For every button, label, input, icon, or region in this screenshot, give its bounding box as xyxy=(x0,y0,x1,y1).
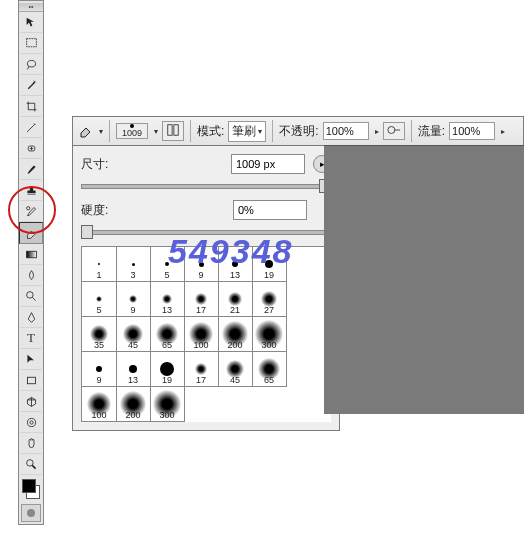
brush-preset[interactable]: 300 xyxy=(252,317,287,352)
healing-tool[interactable] xyxy=(20,138,42,159)
hardness-slider[interactable] xyxy=(81,226,331,236)
brush-preset[interactable]: 9 xyxy=(116,282,151,317)
brush-preset[interactable]: 13 xyxy=(150,282,185,317)
color-swatches[interactable] xyxy=(20,477,42,501)
preset-size-label: 27 xyxy=(264,305,274,315)
preset-size-label: 200 xyxy=(125,410,140,420)
3d-tool[interactable] xyxy=(20,391,42,412)
brush-preset[interactable]: 100 xyxy=(184,317,219,352)
preset-size-label: 300 xyxy=(159,410,174,420)
brush-preset[interactable]: 21 xyxy=(218,282,253,317)
brush-preset[interactable]: 9 xyxy=(184,247,219,282)
eraser-preset-icon[interactable]: ▾ xyxy=(77,120,103,142)
brush-preset[interactable]: 200 xyxy=(116,387,151,422)
shape-tool[interactable] xyxy=(20,370,42,391)
camera-tool[interactable] xyxy=(20,412,42,433)
quickmask-toggle[interactable] xyxy=(21,504,41,522)
brush-preset[interactable]: 13 xyxy=(218,247,253,282)
dodge-tool[interactable] xyxy=(20,286,42,307)
svg-point-1 xyxy=(27,60,35,67)
svg-rect-6 xyxy=(27,377,35,384)
wand-tool[interactable] xyxy=(20,75,42,96)
move-tool[interactable] xyxy=(20,12,42,33)
mode-label: 模式: xyxy=(197,123,224,140)
blur-tool[interactable] xyxy=(20,265,42,286)
eyedropper-tool[interactable] xyxy=(20,117,42,138)
preset-size-label: 5 xyxy=(96,305,101,315)
brush-preset[interactable]: 9 xyxy=(82,352,117,387)
chevron-right-icon[interactable]: ▸ xyxy=(501,127,505,136)
brush-preset[interactable]: 45 xyxy=(218,352,253,387)
brush-preset[interactable]: 27 xyxy=(252,282,287,317)
brush-preset[interactable]: 3 xyxy=(116,247,151,282)
tablet-opacity-icon[interactable] xyxy=(383,122,405,140)
brush-preset[interactable]: 45 xyxy=(116,317,151,352)
type-tool[interactable]: T xyxy=(20,328,42,349)
brush-tool[interactable] xyxy=(20,159,42,180)
brush-preset-grid: 1359131959131721273545651002003009131917… xyxy=(81,246,331,422)
preset-size-label: 9 xyxy=(130,305,135,315)
size-slider[interactable] xyxy=(81,180,331,190)
svg-rect-10 xyxy=(168,125,172,136)
pen-tool[interactable] xyxy=(20,307,42,328)
brush-preset[interactable]: 5 xyxy=(150,247,185,282)
eraser-tool[interactable] xyxy=(19,222,43,244)
opacity-label: 不透明: xyxy=(279,123,318,140)
svg-point-3 xyxy=(26,206,29,209)
marquee-tool[interactable] xyxy=(20,33,42,54)
brush-preset[interactable]: 200 xyxy=(218,317,253,352)
flow-input[interactable]: 100% xyxy=(449,122,495,140)
brush-preset[interactable]: 17 xyxy=(184,282,219,317)
brush-preset-picker[interactable]: 1009 xyxy=(116,123,148,139)
tool-panel: •• T xyxy=(18,0,44,525)
brush-preset[interactable]: 65 xyxy=(252,352,287,387)
flow-label: 流量: xyxy=(418,123,445,140)
brush-preset[interactable]: 17 xyxy=(184,352,219,387)
chevron-down-icon[interactable]: ▾ xyxy=(154,127,158,136)
svg-point-5 xyxy=(26,291,33,298)
svg-rect-11 xyxy=(174,125,178,136)
brush-size-display: 1009 xyxy=(122,128,142,138)
brush-preset[interactable]: 100 xyxy=(82,387,117,422)
brush-preset[interactable]: 35 xyxy=(82,317,117,352)
preset-size-label: 17 xyxy=(196,305,206,315)
stamp-tool[interactable] xyxy=(20,180,42,201)
brush-preset[interactable]: 300 xyxy=(150,387,185,422)
preset-size-label: 65 xyxy=(162,340,172,350)
preset-size-label: 21 xyxy=(230,305,240,315)
gradient-tool[interactable] xyxy=(20,244,42,265)
opacity-input[interactable]: 100% xyxy=(323,122,369,140)
brush-settings-panel: 尺寸: 1009 px ▸ 硬度: 0% 1359131959131721273… xyxy=(72,145,340,431)
crop-tool[interactable] xyxy=(20,96,42,117)
lasso-tool[interactable] xyxy=(20,54,42,75)
zoom-tool[interactable] xyxy=(20,454,42,475)
history-brush-tool[interactable] xyxy=(20,201,42,222)
brush-preset[interactable]: 19 xyxy=(252,247,287,282)
size-input[interactable]: 1009 px xyxy=(231,154,305,174)
chevron-down-icon: ▾ xyxy=(99,127,103,136)
mode-select[interactable]: 筆刷▾ xyxy=(228,121,266,142)
preset-size-label: 1 xyxy=(96,270,101,280)
brush-preset[interactable]: 1 xyxy=(82,247,117,282)
preset-size-label: 13 xyxy=(128,375,138,385)
brush-preset[interactable]: 13 xyxy=(116,352,151,387)
preset-size-label: 65 xyxy=(264,375,274,385)
brush-preset[interactable]: 5 xyxy=(82,282,117,317)
preset-size-label: 3 xyxy=(130,270,135,280)
hardness-input[interactable]: 0% xyxy=(233,200,307,220)
canvas-area[interactable] xyxy=(324,145,524,414)
hand-tool[interactable] xyxy=(20,433,42,454)
brush-preset[interactable]: 19 xyxy=(150,352,185,387)
preset-size-label: 13 xyxy=(230,270,240,280)
options-bar: ▾ 1009 ▾ 模式: 筆刷▾ 不透明: 100% ▸ 流量: 100% ▸ xyxy=(72,116,524,146)
fg-color-swatch[interactable] xyxy=(22,479,36,493)
panel-handle[interactable]: •• xyxy=(19,3,43,12)
path-select-tool[interactable] xyxy=(20,349,42,370)
brush-panel-toggle[interactable] xyxy=(162,121,184,141)
preset-size-label: 5 xyxy=(164,270,169,280)
svg-point-7 xyxy=(27,418,35,426)
chevron-right-icon[interactable]: ▸ xyxy=(375,127,379,136)
brush-preset[interactable]: 65 xyxy=(150,317,185,352)
svg-point-8 xyxy=(29,420,32,423)
preset-size-label: 13 xyxy=(162,305,172,315)
